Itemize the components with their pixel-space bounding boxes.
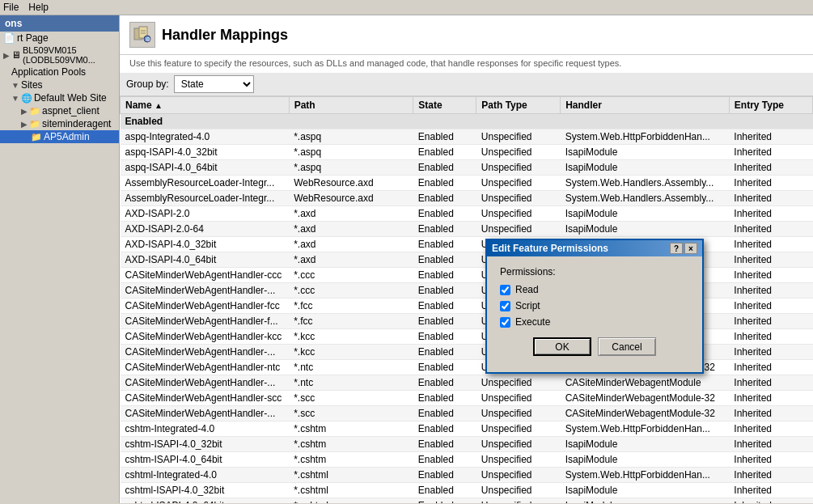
execute-checkbox-row: Execute xyxy=(500,316,689,328)
ok-button[interactable]: OK xyxy=(533,337,591,356)
script-label: Script xyxy=(515,300,540,311)
edit-permissions-modal: Edit Feature Permissions ? × Permissions… xyxy=(485,239,704,374)
modal-title: Edit Feature Permissions xyxy=(492,243,608,254)
modal-close-button[interactable]: × xyxy=(684,243,697,254)
read-checkbox-row: Read xyxy=(500,284,689,295)
read-checkbox[interactable] xyxy=(500,285,510,295)
read-label: Read xyxy=(515,284,539,295)
permissions-label: Permissions: xyxy=(500,266,689,277)
modal-titlebar-buttons: ? × xyxy=(670,243,697,254)
script-checkbox-row: Script xyxy=(500,300,689,311)
modal-titlebar: Edit Feature Permissions ? × xyxy=(487,240,702,256)
modal-buttons: OK Cancel xyxy=(500,337,689,362)
cancel-button[interactable]: Cancel xyxy=(598,337,656,356)
execute-label: Execute xyxy=(515,316,550,328)
modal-overlay: Edit Feature Permissions ? × Permissions… xyxy=(0,0,813,503)
execute-checkbox[interactable] xyxy=(500,317,510,328)
script-checkbox[interactable] xyxy=(500,301,510,311)
modal-help-button[interactable]: ? xyxy=(670,243,683,254)
modal-content: Permissions: Read Script Execute OK Canc… xyxy=(487,256,702,372)
